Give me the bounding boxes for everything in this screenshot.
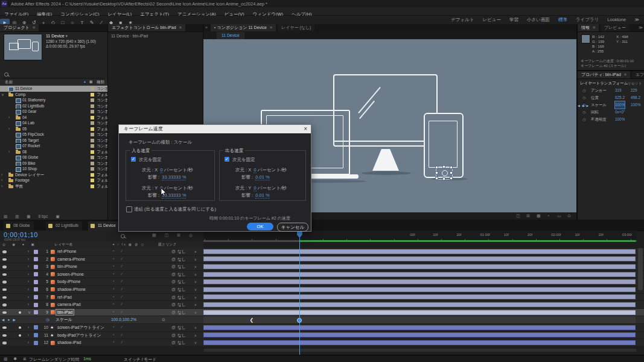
stopwatch-icon[interactable]: ◷ [582, 109, 586, 116]
parent-dropdown[interactable]: @なし∨ [171, 324, 197, 331]
project-item-04 Lab[interactable]: 04 Labコンポジション [0, 120, 107, 126]
project-item-08 Globe[interactable]: 08 Globeコンポジション [0, 154, 107, 160]
in-x-influence[interactable]: 33.33333 % [162, 174, 186, 180]
property-row-不透明度[interactable]: ◷不透明度100% [578, 116, 644, 123]
visibility-eye-icon[interactable] [2, 334, 7, 337]
timeline-tab-11 Device[interactable]: 11 Device [88, 221, 120, 230]
project-item-08[interactable]: ›08フォルダー [0, 149, 107, 155]
project-item-平面[interactable]: ›平面フォルダー [0, 183, 107, 189]
layer-row-btn-iPhone[interactable]: ›3btn-iPhone◔ ∕@なし∨ [0, 263, 644, 271]
label-chip[interactable] [34, 295, 38, 299]
layer-row-btn-iPad[interactable]: ∨9btn-iPad◔ ∕@なし∨ [0, 309, 644, 317]
project-item-01 Stationery[interactable]: 01 Stationeryコンポジション [0, 97, 107, 103]
solo-icon[interactable] [19, 334, 21, 337]
project-item-Device レイヤー[interactable]: ›Device レイヤーフォルダー [0, 172, 107, 178]
selection-handle[interactable] [436, 172, 438, 174]
project-item-05 FlipClock[interactable]: 05 FlipClockコンポジション [0, 132, 107, 138]
layer-duration-bar[interactable] [203, 332, 636, 337]
parent-dropdown[interactable]: @なし∨ [171, 263, 197, 270]
workspace-レビュー[interactable]: レビュー [482, 17, 501, 23]
label-chip[interactable] [34, 257, 38, 261]
home-button-layer[interactable] [442, 170, 448, 176]
layer-row-screen-iPhone[interactable]: ›4screen-iPhone◔ ∕@なし∨ [0, 271, 644, 279]
label-chip[interactable] [34, 250, 38, 254]
parent-dropdown[interactable]: @なし∨ [171, 294, 197, 301]
visibility-eye-icon[interactable] [2, 265, 7, 268]
workspace-小さい画面[interactable]: 小さい画面 [527, 17, 550, 23]
stopwatch-icon[interactable]: ◷ [582, 116, 586, 123]
property-row-アンカー[interactable]: ◷アンカー319229 [578, 87, 644, 94]
new-folder-icon[interactable]: ▥ [15, 214, 19, 218]
panel-menu-icon[interactable]: ≡ [179, 25, 182, 30]
tab-properties[interactable]: プロパティ: btn-iPad ≡ [578, 71, 630, 78]
label-chip[interactable] [34, 325, 38, 329]
switches-modes-button[interactable]: スイッチ / モード [124, 357, 156, 362]
grid-guides-icon[interactable]: ⊞ [526, 214, 530, 218]
ok-button[interactable]: OK [247, 223, 273, 230]
keyframe[interactable]: ❮ [249, 317, 253, 323]
parent-dropdown[interactable]: @なし∨ [171, 332, 197, 339]
layer-duration-bar[interactable] [203, 264, 636, 269]
in-x-value[interactable]: 0 [160, 167, 162, 173]
project-item-09 Bike[interactable]: 09 Bikeコンポジション [0, 160, 107, 167]
workspace-標準[interactable]: 標準 [558, 17, 567, 23]
tab-effect-controls[interactable]: エフェクトコントロール btn-iPad ≡ [108, 24, 185, 31]
layer-duration-bar[interactable] [203, 302, 636, 307]
magnification-dropdown[interactable]: ◫ [516, 214, 520, 218]
out-y-value[interactable]: 0 [253, 185, 256, 191]
visibility-eye-icon[interactable] [2, 273, 7, 276]
lock-dimensions-checkbox[interactable]: ✓ [131, 157, 136, 162]
continuous-checkbox[interactable] [126, 206, 132, 212]
parent-dropdown[interactable]: @なし∨ [171, 278, 197, 285]
project-item-02 LightBulb[interactable]: 02 LightBulbコンポジション [0, 103, 107, 109]
label-chip[interactable] [34, 272, 38, 276]
stopwatch-icon[interactable]: ◷ [582, 101, 586, 109]
selection-handle[interactable] [443, 178, 445, 180]
tab-effects[interactable]: エフェ [632, 71, 644, 78]
layer-duration-bar[interactable] [203, 287, 636, 292]
project-item-Footage[interactable]: ›Footageフォルダー [0, 177, 107, 183]
label-chip[interactable] [34, 310, 38, 314]
parent-dropdown[interactable]: @なし∨ [171, 248, 197, 255]
parent-dropdown[interactable]: @なし∨ [171, 256, 197, 263]
layer-duration-bar[interactable] [203, 249, 636, 254]
timeline-view-icons[interactable]: ▤ ◫ ⊞ ◎ [152, 233, 196, 238]
project-item-Comp[interactable]: ∨Compフォルダー [0, 92, 107, 98]
visibility-eye-icon[interactable] [2, 281, 7, 284]
parent-dropdown[interactable]: @なし∨ [171, 309, 197, 316]
layer-duration-bar[interactable] [203, 310, 636, 315]
tab-preview[interactable]: プレビュー [601, 24, 630, 31]
stopwatch-icon[interactable]: ◷ [582, 87, 586, 94]
tab-info[interactable]: 情報 ≡ [578, 24, 599, 31]
panel-menu-icon[interactable]: ≡ [270, 25, 272, 30]
cancel-button[interactable]: キャンセル [277, 223, 308, 232]
property-row-回転[interactable]: ◷回転0x+0° [578, 109, 644, 116]
keyframe-navigator[interactable]: ◀ ● ▶ [2, 317, 17, 323]
project-search-input[interactable] [2, 71, 105, 78]
layer-row-body-iPhone[interactable]: ›5body-iPhone◔ ∕@なし∨ [0, 278, 644, 286]
project-item-06 Target[interactable]: 06 Targetコンポジション [0, 138, 107, 144]
playhead-line[interactable] [299, 230, 300, 355]
panel-collapse-icon[interactable]: « [205, 25, 208, 30]
visibility-eye-icon[interactable] [2, 303, 7, 306]
resolution-dropdown[interactable]: ▭ [557, 214, 561, 218]
tab-project[interactable]: プロジェクト ≡ [0, 24, 39, 31]
timeline-tab-08 Globe[interactable]: 08 Globe [4, 221, 34, 230]
workspace-学習[interactable]: 学習 [509, 17, 518, 23]
stopwatch-icon[interactable]: ◷ [582, 94, 586, 101]
visibility-eye-icon[interactable] [2, 326, 7, 329]
selection-handle[interactable] [450, 172, 452, 174]
label-chip[interactable] [34, 333, 38, 337]
lock-dimensions-checkbox[interactable]: ✓ [225, 157, 229, 162]
out-x-value[interactable]: 0 [253, 167, 256, 173]
visibility-eye-icon[interactable] [2, 296, 7, 299]
reset-link[interactable]: リセット [627, 81, 642, 86]
color-depth-label[interactable]: 8 bpc [38, 214, 48, 218]
current-time-display[interactable]: 0;00;01;10 [4, 231, 38, 238]
parent-dropdown[interactable]: @なし∨ [171, 271, 197, 278]
parent-dropdown[interactable]: @なし∨ [171, 301, 197, 308]
close-icon[interactable]: × [304, 125, 307, 133]
workspace-ライブラリ[interactable]: ライブラリ [576, 17, 599, 23]
project-item-11 Device[interactable]: 11 Deviceコンポジション 品 [0, 86, 107, 92]
project-item-03 Gear[interactable]: 03 Gearコンポジション [0, 109, 107, 115]
